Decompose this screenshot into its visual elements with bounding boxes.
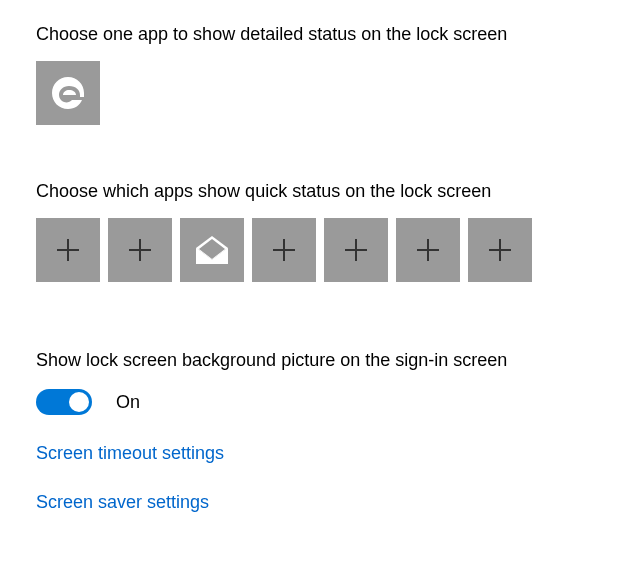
- quick-status-slot-3[interactable]: [252, 218, 316, 282]
- screen-saver-link[interactable]: Screen saver settings: [36, 492, 209, 513]
- quick-status-slots: [36, 218, 591, 282]
- edge-icon: [48, 73, 88, 113]
- quick-status-slot-2[interactable]: [180, 218, 244, 282]
- plus-icon: [486, 236, 514, 264]
- signin-background-toggle-row: On: [36, 389, 591, 415]
- toggle-state-label: On: [116, 392, 140, 413]
- lock-screen-settings-panel: Choose one app to show detailed status o…: [0, 0, 627, 537]
- quick-status-slot-4[interactable]: [324, 218, 388, 282]
- mail-icon: [190, 228, 234, 272]
- quick-status-slot-1[interactable]: [108, 218, 172, 282]
- quick-status-label: Choose which apps show quick status on t…: [36, 181, 591, 202]
- quick-status-slot-6[interactable]: [468, 218, 532, 282]
- plus-icon: [54, 236, 82, 264]
- plus-icon: [414, 236, 442, 264]
- screen-timeout-link[interactable]: Screen timeout settings: [36, 443, 224, 464]
- quick-status-slot-0[interactable]: [36, 218, 100, 282]
- detailed-status-label: Choose one app to show detailed status o…: [36, 24, 591, 45]
- signin-background-toggle[interactable]: [36, 389, 92, 415]
- plus-icon: [342, 236, 370, 264]
- detailed-status-slots: [36, 61, 591, 125]
- plus-icon: [270, 236, 298, 264]
- plus-icon: [126, 236, 154, 264]
- quick-status-slot-5[interactable]: [396, 218, 460, 282]
- detailed-status-slot[interactable]: [36, 61, 100, 125]
- toggle-knob: [69, 392, 89, 412]
- signin-background-label: Show lock screen background picture on t…: [36, 350, 591, 371]
